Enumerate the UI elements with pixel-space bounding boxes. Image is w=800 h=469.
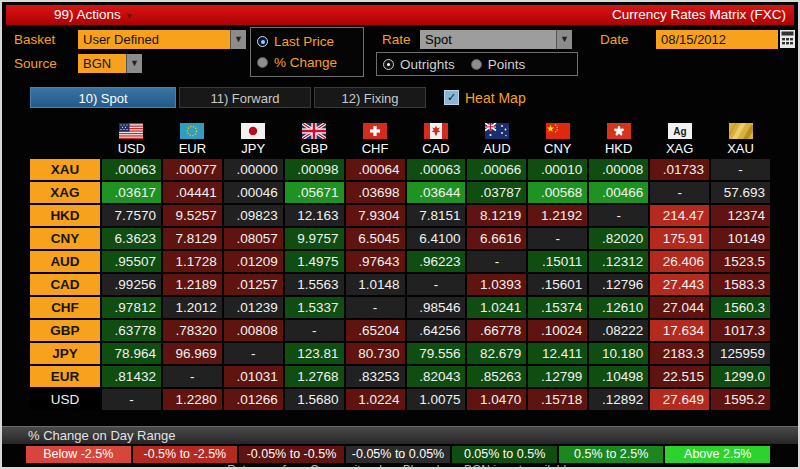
rate-cell-chf-cad[interactable]: .98546 bbox=[407, 297, 466, 318]
chevron-down-icon[interactable]: ▼ bbox=[556, 30, 572, 49]
rate-cell-jpy-cad[interactable]: 79.556 bbox=[407, 343, 466, 364]
rate-cell-cad-aud[interactable]: 1.0393 bbox=[467, 274, 526, 295]
date-input[interactable]: 08/15/2012 bbox=[656, 30, 778, 49]
row-header-jpy[interactable]: JPY bbox=[30, 343, 100, 364]
rate-cell-xau-xau[interactable]: - bbox=[711, 159, 770, 180]
heatmap-toggle[interactable]: ✓ Heat Map bbox=[444, 90, 526, 106]
rate-cell-cad-chf[interactable]: 1.0148 bbox=[346, 274, 405, 295]
rate-cell-cny-cad[interactable]: 6.4100 bbox=[407, 228, 466, 249]
rate-cell-hkd-gbp[interactable]: 12.163 bbox=[285, 205, 344, 226]
rate-cell-xag-xag[interactable]: - bbox=[650, 182, 709, 203]
rate-cell-chf-xag[interactable]: 27.044 bbox=[650, 297, 709, 318]
rate-cell-hkd-aud[interactable]: 8.1219 bbox=[467, 205, 526, 226]
row-header-xau[interactable]: XAU bbox=[30, 159, 100, 180]
rate-cell-xau-hkd[interactable]: .00008 bbox=[589, 159, 648, 180]
row-header-cny[interactable]: CNY bbox=[30, 228, 100, 249]
rate-cell-cny-usd[interactable]: 6.3623 bbox=[102, 228, 161, 249]
rate-cell-xau-gbp[interactable]: .00098 bbox=[285, 159, 344, 180]
rate-cell-xau-jpy[interactable]: .00000 bbox=[224, 159, 283, 180]
rate-cell-chf-usd[interactable]: .97812 bbox=[102, 297, 161, 318]
rate-cell-gbp-aud[interactable]: .66778 bbox=[467, 320, 526, 341]
rate-cell-usd-cny[interactable]: .15718 bbox=[528, 389, 587, 410]
rate-cell-eur-chf[interactable]: .83253 bbox=[346, 366, 405, 387]
rate-cell-gbp-gbp[interactable]: - bbox=[285, 320, 344, 341]
rate-cell-gbp-xag[interactable]: 17.634 bbox=[650, 320, 709, 341]
row-header-chf[interactable]: CHF bbox=[30, 297, 100, 318]
rate-cell-aud-chf[interactable]: .97643 bbox=[346, 251, 405, 272]
rate-cell-hkd-chf[interactable]: 7.9304 bbox=[346, 205, 405, 226]
rate-cell-chf-chf[interactable]: - bbox=[346, 297, 405, 318]
rate-cell-xau-xag[interactable]: .01733 bbox=[650, 159, 709, 180]
rate-cell-hkd-cad[interactable]: 7.8151 bbox=[407, 205, 466, 226]
rate-cell-cad-cny[interactable]: .15601 bbox=[528, 274, 587, 295]
rate-cell-xau-cny[interactable]: .00010 bbox=[528, 159, 587, 180]
tab-12-fixing[interactable]: 12) Fixing bbox=[314, 87, 426, 108]
rate-cell-gbp-usd[interactable]: .63778 bbox=[102, 320, 161, 341]
radio-points[interactable]: Points bbox=[471, 57, 526, 72]
rate-cell-hkd-usd[interactable]: 7.7570 bbox=[102, 205, 161, 226]
rate-cell-aud-xag[interactable]: 26.406 bbox=[650, 251, 709, 272]
column-header-aud[interactable]: AUD bbox=[467, 112, 526, 156]
rate-cell-xag-jpy[interactable]: .00046 bbox=[224, 182, 283, 203]
rate-cell-eur-xau[interactable]: 1299.0 bbox=[711, 366, 770, 387]
rate-cell-jpy-aud[interactable]: 82.679 bbox=[467, 343, 526, 364]
row-header-gbp[interactable]: GBP bbox=[30, 320, 100, 341]
rate-cell-xau-cad[interactable]: .00063 bbox=[407, 159, 466, 180]
rate-cell-gbp-cny[interactable]: .10024 bbox=[528, 320, 587, 341]
column-header-jpy[interactable]: JPY bbox=[224, 112, 283, 156]
rate-cell-jpy-gbp[interactable]: 123.81 bbox=[285, 343, 344, 364]
rate-cell-cny-xau[interactable]: 10149 bbox=[711, 228, 770, 249]
row-header-usd[interactable]: USD bbox=[30, 389, 100, 410]
rate-cell-xag-usd[interactable]: .03617 bbox=[102, 182, 161, 203]
rate-cell-cny-cny[interactable]: - bbox=[528, 228, 587, 249]
chevron-down-icon[interactable]: ▼ bbox=[230, 30, 246, 49]
rate-cell-usd-cad[interactable]: 1.0075 bbox=[407, 389, 466, 410]
source-select[interactable]: BGN ▼ bbox=[78, 54, 142, 73]
row-header-cad[interactable]: CAD bbox=[30, 274, 100, 295]
rate-cell-aud-jpy[interactable]: .01209 bbox=[224, 251, 283, 272]
actions-menu[interactable]: 99) Actions▾ bbox=[54, 5, 132, 25]
rate-cell-xau-aud[interactable]: .00066 bbox=[467, 159, 526, 180]
rate-cell-hkd-hkd[interactable]: - bbox=[589, 205, 648, 226]
rate-cell-chf-hkd[interactable]: .12610 bbox=[589, 297, 648, 318]
rate-cell-xau-eur[interactable]: .00077 bbox=[163, 159, 222, 180]
rate-cell-aud-hkd[interactable]: .12312 bbox=[589, 251, 648, 272]
radio-outrights[interactable]: Outrights bbox=[383, 57, 455, 72]
rate-cell-xag-aud[interactable]: .03787 bbox=[467, 182, 526, 203]
rate-cell-chf-cny[interactable]: .15374 bbox=[528, 297, 587, 318]
rate-cell-xag-cad[interactable]: .03644 bbox=[407, 182, 466, 203]
rate-cell-aud-aud[interactable]: - bbox=[467, 251, 526, 272]
rate-cell-cny-jpy[interactable]: .08057 bbox=[224, 228, 283, 249]
rate-cell-cny-aud[interactable]: 6.6616 bbox=[467, 228, 526, 249]
rate-cell-cad-xag[interactable]: 27.443 bbox=[650, 274, 709, 295]
column-header-hkd[interactable]: HKD bbox=[589, 112, 648, 156]
rate-cell-cad-jpy[interactable]: .01257 bbox=[224, 274, 283, 295]
column-header-xag[interactable]: AgXAG bbox=[650, 112, 709, 156]
rate-cell-cny-hkd[interactable]: .82020 bbox=[589, 228, 648, 249]
rate-cell-aud-usd[interactable]: .95507 bbox=[102, 251, 161, 272]
rate-cell-usd-xau[interactable]: 1595.2 bbox=[711, 389, 770, 410]
calendar-icon[interactable] bbox=[780, 30, 795, 48]
column-header-cad[interactable]: CAD bbox=[407, 112, 466, 156]
rate-cell-xag-gbp[interactable]: .05671 bbox=[285, 182, 344, 203]
column-header-usd[interactable]: USD bbox=[102, 112, 161, 156]
rate-cell-gbp-chf[interactable]: .65204 bbox=[346, 320, 405, 341]
rate-cell-xag-chf[interactable]: .03698 bbox=[346, 182, 405, 203]
tab-10-spot[interactable]: 10) Spot bbox=[30, 87, 176, 108]
rate-cell-usd-usd[interactable]: - bbox=[102, 389, 161, 410]
rate-cell-jpy-cny[interactable]: 12.411 bbox=[528, 343, 587, 364]
rate-cell-eur-aud[interactable]: .85263 bbox=[467, 366, 526, 387]
rate-cell-cad-hkd[interactable]: .12796 bbox=[589, 274, 648, 295]
rate-cell-aud-cny[interactable]: .15011 bbox=[528, 251, 587, 272]
rate-cell-jpy-xag[interactable]: 2183.3 bbox=[650, 343, 709, 364]
rate-cell-xag-hkd[interactable]: .00466 bbox=[589, 182, 648, 203]
rate-cell-eur-eur[interactable]: - bbox=[163, 366, 222, 387]
rate-cell-chf-gbp[interactable]: 1.5337 bbox=[285, 297, 344, 318]
basket-select[interactable]: User Defined ▼ bbox=[78, 30, 246, 49]
rate-cell-usd-gbp[interactable]: 1.5680 bbox=[285, 389, 344, 410]
rate-cell-gbp-jpy[interactable]: .00808 bbox=[224, 320, 283, 341]
rate-cell-xau-usd[interactable]: .00063 bbox=[102, 159, 161, 180]
column-header-cny[interactable]: CNY bbox=[528, 112, 587, 156]
rate-cell-jpy-jpy[interactable]: - bbox=[224, 343, 283, 364]
chevron-down-icon[interactable]: ▼ bbox=[126, 54, 142, 73]
